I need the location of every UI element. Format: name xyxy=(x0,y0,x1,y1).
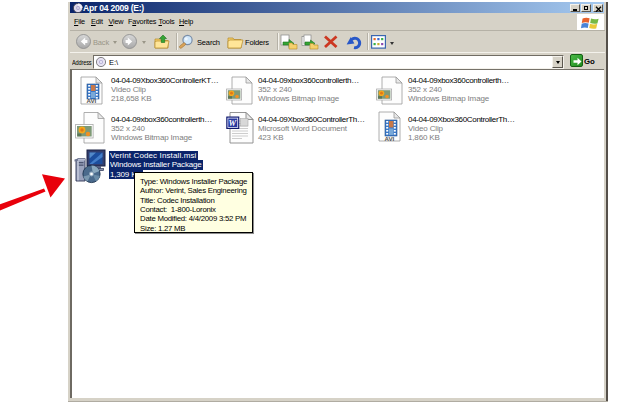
svg-text:AVI: AVI xyxy=(384,135,394,142)
svg-text:AVI: AVI xyxy=(86,97,96,104)
